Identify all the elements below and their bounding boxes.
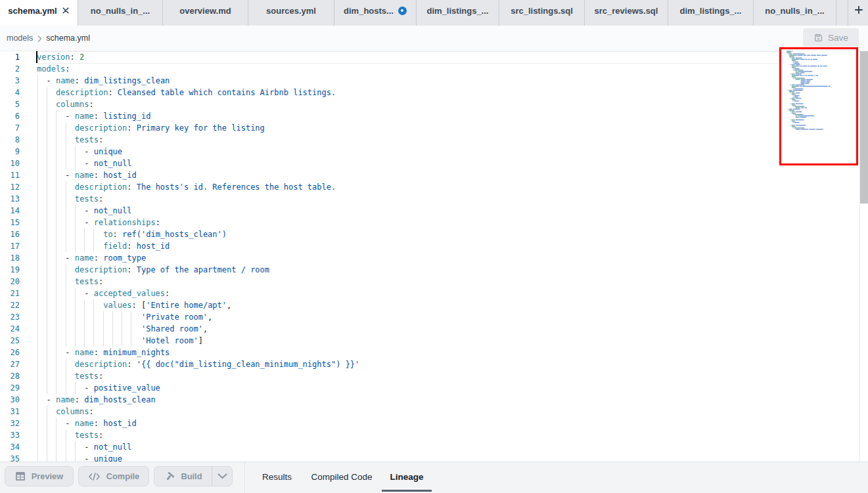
file-tab-label: src_reviews.sql (595, 6, 658, 16)
table-icon (15, 471, 26, 481)
save-button-label: Save (828, 33, 848, 43)
compile-button-label: Compile (106, 471, 139, 481)
code-line-14: - not_null (37, 205, 132, 217)
tab-compiled-code[interactable]: Compiled Code (303, 462, 380, 492)
code-line-24: 'Shared room', (37, 323, 208, 335)
file-tab-dim_listings_...[interactable]: dim_listings_... (417, 0, 499, 26)
file-tab-sources.yml[interactable]: sources.yml (248, 0, 334, 26)
code-line-4: description: Cleansed table which contai… (37, 87, 336, 98)
code-line-7: description: Primary key for the listing (37, 122, 265, 134)
code-line-27: description: '{{ doc("dim_listing_clean_… (37, 358, 359, 370)
active-tab-underline (382, 490, 432, 492)
code-line-10: - not_null (37, 158, 132, 169)
file-tab-label: src_listings.sql (511, 6, 573, 16)
new-tab-button[interactable] (850, 1, 867, 18)
code-line-17: field: host_id (37, 240, 170, 252)
code-line-18: - name: room_type (37, 252, 146, 264)
code-line-25: 'Hotel room'] (37, 335, 203, 347)
file-tab-label: dim_listings_... (680, 6, 742, 16)
code-line-6: - name: listing_id (37, 110, 150, 122)
code-icon (88, 472, 101, 481)
code-line-3: - name: dim_listings_clean (37, 75, 170, 87)
code-line-33: tests: (37, 429, 103, 441)
file-tab-label: no_nulls_in_... (91, 6, 150, 16)
compile-button[interactable]: Compile (78, 466, 149, 486)
code-line-1: version: 2 (37, 51, 84, 63)
file-tab-src_reviews.sql[interactable]: src_reviews.sql (585, 0, 668, 26)
vertical-scrollbar-thumb[interactable] (860, 51, 868, 204)
code-line-29: - positive_value (37, 382, 160, 394)
red-annotation-box (779, 47, 858, 165)
code-line-2: models: (37, 63, 70, 75)
build-split-button: Build (154, 466, 233, 486)
code-line-19: description: Type of the apartment / roo… (37, 264, 269, 276)
code-editor[interactable]: 1234567891011121314151617181920212223242… (0, 51, 868, 461)
file-tab-schema.yml[interactable]: schema.yml (0, 0, 78, 26)
chevron-down-icon (217, 473, 227, 479)
breadcrumb-bar: models schema.yml Save (0, 26, 868, 51)
code-content[interactable]: version: 2models: - name: dim_listings_c… (0, 51, 779, 461)
file-tab-label: no_nulls_in_... (765, 6, 824, 16)
code-line-16: to: ref('dim_hosts_clean') (37, 228, 227, 240)
code-line-23: 'Private room', (37, 311, 212, 323)
editor-tab-bar: schema.ymlno_nulls_in_...overview.mdsour… (0, 0, 868, 26)
code-line-21: - accepted_values: (37, 288, 170, 299)
text-cursor (36, 51, 37, 63)
code-line-8: tests: (37, 134, 103, 146)
build-button[interactable]: Build (154, 467, 212, 486)
bottom-panel: Preview Compile Build (0, 461, 868, 493)
file-tab-label: dim_listings_... (427, 6, 489, 16)
tab-results[interactable]: Results (252, 462, 302, 492)
file-tab-label: schema.yml (8, 6, 57, 16)
build-dropdown-button[interactable] (212, 467, 232, 486)
code-line-22: values: ['Entire home/apt', (37, 299, 231, 311)
file-tab-label: sources.yml (266, 6, 316, 16)
tab-lineage[interactable]: Lineage (382, 462, 432, 492)
save-button[interactable]: Save (803, 28, 859, 47)
chevron-right-icon (36, 35, 43, 43)
file-tab-label: dim_hosts... (344, 6, 394, 16)
code-line-34: - not_null (37, 441, 132, 453)
file-tab-no_nulls_in_...[interactable]: no_nulls_in_... (754, 0, 836, 26)
code-line-12: description: The hosts's id. References … (37, 181, 336, 193)
dbt-ide-window: schema.ymlno_nulls_in_...overview.mdsour… (0, 0, 868, 493)
code-line-28: tests: (37, 370, 103, 382)
code-line-15: - relationships: (37, 217, 160, 228)
preview-button[interactable]: Preview (5, 466, 74, 486)
bottom-panel-divider (244, 462, 245, 493)
breadcrumb-file[interactable]: schema.yml (46, 33, 90, 43)
hammer-icon (164, 471, 175, 482)
code-line-31: columns: (37, 406, 94, 418)
preview-button-label: Preview (32, 471, 63, 481)
breadcrumb-folder[interactable]: models (7, 33, 33, 43)
code-line-13: tests: (37, 193, 103, 205)
file-tab-label: overview.md (179, 6, 231, 16)
file-tab-overview.md[interactable]: overview.md (163, 0, 248, 26)
file-tab-dim_hosts...[interactable]: dim_hosts... (334, 0, 417, 26)
build-button-label: Build (181, 471, 202, 481)
tab-divider (848, 0, 848, 26)
breadcrumb: models schema.yml (7, 26, 90, 51)
code-line-30: - name: dim_hosts_clean (37, 394, 156, 406)
close-tab-icon[interactable] (62, 7, 70, 14)
code-line-9: - unique (37, 146, 122, 158)
save-icon (813, 33, 823, 43)
unsaved-changes-dot (398, 7, 407, 15)
file-tab-no_nulls_in_...[interactable]: no_nulls_in_... (78, 0, 163, 26)
code-line-20: tests: (37, 276, 103, 288)
plus-icon (854, 5, 863, 14)
code-line-5: columns: (37, 98, 94, 110)
file-tab-src_listings.sql[interactable]: src_listings.sql (499, 0, 585, 26)
file-tab-dim_listings_...[interactable]: dim_listings_... (668, 0, 754, 26)
code-line-32: - name: host_id (37, 418, 137, 429)
code-line-26: - name: minimum_nights (37, 347, 170, 358)
code-line-11: - name: host_id (37, 169, 137, 181)
